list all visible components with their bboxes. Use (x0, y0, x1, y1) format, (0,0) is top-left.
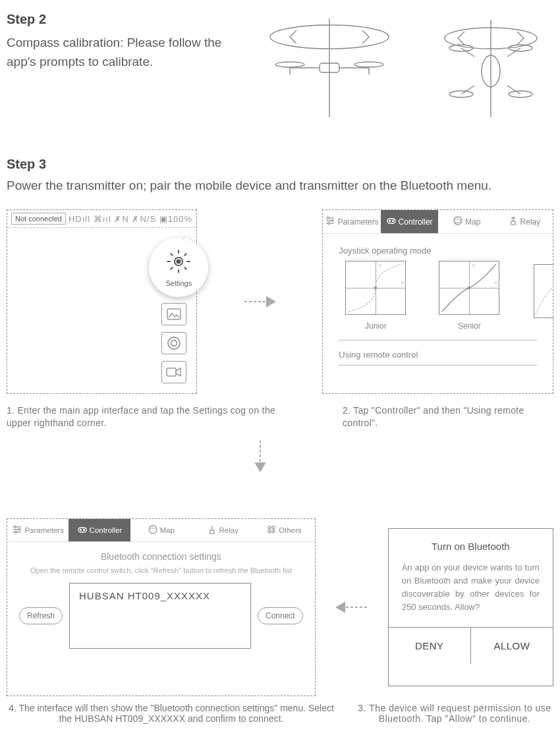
refresh-button[interactable]: Refresh (19, 607, 63, 624)
svg-rect-41 (387, 219, 395, 223)
svg-point-43 (392, 221, 393, 222)
parameters-icon (12, 524, 22, 536)
step3-title: Step 3 (7, 157, 553, 172)
tab3-parameters[interactable]: Parameters (7, 519, 69, 542)
map-icon (453, 215, 463, 228)
svg-line-29 (184, 254, 187, 256)
step3-body: Power the transmitter on; pair the mobil… (7, 178, 553, 193)
compass-calibration-illustration (250, 12, 553, 124)
tab3-others[interactable]: Others (253, 519, 314, 542)
tab-parameters[interactable]: Parameters (323, 210, 380, 234)
bluetooth-settings-panel: Parameters Controller Map Relay Others B… (7, 518, 316, 696)
step2-title: Step 2 (7, 12, 237, 27)
bt-settings-subtitle: Open the remote control switch, click "R… (19, 566, 303, 575)
caption-3: 3. The device will request permission to… (336, 703, 553, 724)
tab3-map-label: Map (160, 526, 175, 534)
svg-point-53 (14, 526, 16, 528)
svg-point-54 (18, 528, 20, 530)
svg-point-63 (272, 526, 275, 529)
svg-point-48 (468, 287, 471, 290)
caption-4: 4. The interface will then show the "Blu… (7, 703, 336, 724)
svg-point-58 (83, 529, 84, 530)
svg-point-62 (268, 526, 271, 529)
svg-point-42 (389, 221, 390, 222)
tab-parameters-label: Parameters (337, 217, 378, 227)
svg-point-57 (80, 529, 81, 530)
svg-point-47 (374, 287, 378, 290)
settings-button[interactable]: Settings (149, 238, 208, 297)
svg-line-28 (171, 267, 173, 270)
svg-point-21 (177, 259, 181, 263)
svg-rect-60 (210, 530, 214, 533)
connection-status: Not connected (11, 213, 66, 225)
bluetooth-device-item[interactable]: HUBSAN HT009_XXXXXX (79, 590, 210, 601)
arrow-right-icon (243, 294, 276, 310)
svg-rect-33 (167, 368, 176, 376)
allow-button[interactable]: ALLOW (471, 628, 553, 664)
relay-icon (207, 524, 217, 536)
controller-settings-panel: Parameters Controller Map Relay Joystick… (322, 209, 553, 394)
tab-controller[interactable]: Controller (381, 210, 438, 234)
tab3-map[interactable]: Map (130, 519, 192, 542)
tab-controller-label: Controller (399, 217, 433, 227)
tab-relay-label: Relay (520, 217, 541, 227)
joystick-extra-graph (534, 264, 553, 318)
svg-rect-45 (511, 221, 515, 225)
svg-rect-30 (167, 309, 181, 319)
svg-point-32 (171, 341, 177, 346)
parameters-icon (325, 215, 335, 228)
tab3-relay-label: Relay (219, 526, 238, 534)
tab3-relay[interactable]: Relay (192, 519, 253, 542)
svg-point-64 (268, 530, 271, 533)
svg-line-26 (171, 254, 173, 256)
map-icon (148, 524, 158, 536)
bluetooth-permission-dialog: Turn on Bluetooth An app on your device … (388, 528, 553, 686)
joystick-mode-label: Joystick operating mode (339, 246, 537, 256)
tab3-controller-label: Controller (90, 526, 123, 534)
video-icon[interactable] (161, 361, 186, 383)
svg-point-39 (331, 220, 333, 222)
gear-icon (165, 248, 192, 278)
tab-map-label: Map (465, 217, 480, 227)
arrow-down-icon (252, 439, 268, 472)
junior-label: Junior (365, 321, 387, 331)
senior-label: Senior (458, 321, 481, 331)
joystick-junior-graph[interactable]: YX (345, 261, 406, 315)
tab3-others-label: Others (279, 526, 302, 534)
svg-point-40 (328, 223, 330, 225)
tab3-parameters-label: Parameters (24, 526, 63, 534)
svg-line-27 (184, 267, 187, 270)
dialog-text: An app on your device wants to turn on B… (402, 561, 540, 614)
svg-point-6 (354, 62, 383, 67)
controller-icon (386, 215, 397, 228)
connect-button[interactable]: Connect (258, 607, 303, 624)
using-remote-control-option[interactable]: Using remote control (339, 341, 537, 366)
tab-map[interactable]: Map (438, 210, 495, 234)
caption-2: 2. Tap "Controller" and then "Using remo… (290, 404, 553, 429)
gallery-icon[interactable] (161, 303, 186, 325)
tab-relay[interactable]: Relay (495, 210, 553, 234)
tab3-controller[interactable]: Controller (69, 519, 130, 542)
svg-point-31 (168, 337, 180, 349)
joystick-senior-graph[interactable]: YX (439, 261, 499, 315)
step2-body: Compass calibration: Please follow the a… (7, 34, 237, 71)
settings-label: Settings (165, 279, 192, 287)
svg-point-55 (15, 531, 17, 533)
record-icon[interactable] (161, 332, 186, 354)
svg-rect-56 (78, 528, 86, 532)
svg-point-38 (327, 217, 329, 219)
arrow-left-icon (335, 599, 368, 615)
app-main-interface-panel: Not connected HDıll ⌘ııl ✗N ✗N/S ▣100% S… (7, 209, 197, 394)
dialog-title: Turn on Bluetooth (402, 541, 540, 552)
bluetooth-device-list[interactable]: HUBSAN HT009_XXXXXX (69, 583, 251, 649)
relay-icon (508, 215, 518, 228)
deny-button[interactable]: DENY (389, 628, 471, 664)
controller-icon (77, 524, 88, 536)
status-bar-icons: HDıll ⌘ııl ✗N ✗N/S ▣100% (69, 214, 192, 224)
others-icon (266, 524, 277, 536)
bt-settings-title: Bluetooth connection settings (19, 551, 303, 562)
svg-point-5 (275, 62, 304, 67)
svg-point-65 (272, 530, 275, 533)
caption-1: 1. Enter the main app interface and tap … (7, 404, 290, 429)
